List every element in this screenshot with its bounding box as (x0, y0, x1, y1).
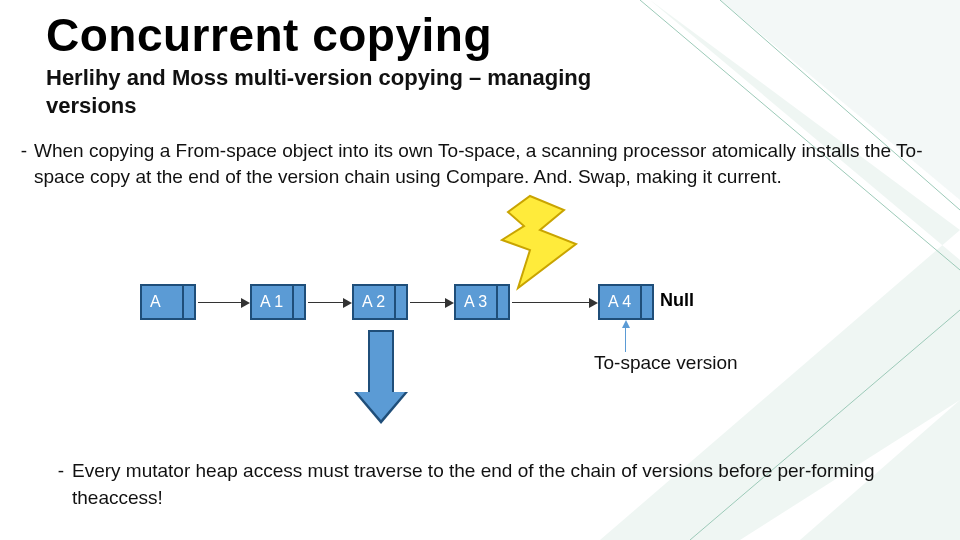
arrow-a3-a4 (512, 302, 596, 303)
bullet-1: - When copying a From-space object into … (14, 138, 924, 189)
arrow-a2-a3 (410, 302, 452, 303)
version-box-a-label: A (150, 293, 161, 311)
lightning-icon (480, 192, 600, 292)
version-box-a4: A 4 (598, 284, 654, 320)
bullet-1-text: When copying a From-space object into it… (34, 138, 924, 189)
version-box-a1-label: A 1 (260, 293, 283, 311)
arrow-a1-a2 (308, 302, 350, 303)
version-box-a: A (140, 284, 196, 320)
bullet-dash: - (14, 138, 34, 189)
slide-subtitle: Herlihy and Moss multi-version copying –… (0, 62, 700, 119)
to-space-pointer (625, 322, 626, 352)
version-box-a3: A 3 (454, 284, 510, 320)
version-box-a4-label: A 4 (608, 293, 631, 311)
to-space-label: To-space version (594, 352, 738, 374)
slide-title: Concurrent copying (0, 0, 960, 62)
svg-marker-3 (502, 196, 576, 288)
version-box-a2-label: A 2 (362, 293, 385, 311)
bullet-2-text: Every mutator heap access must traverse … (72, 458, 900, 511)
slide: Concurrent copying Herlihy and Moss mult… (0, 0, 960, 540)
version-box-a2: A 2 (352, 284, 408, 320)
arrow-a-a1 (198, 302, 248, 303)
null-label: Null (660, 290, 694, 311)
bullet-dash: - (50, 458, 72, 511)
down-arrow-icon (354, 330, 408, 426)
version-chain-diagram: A A 1 A 2 A 3 A 4 Null To-space version (0, 232, 960, 452)
version-box-a3-label: A 3 (464, 293, 487, 311)
version-box-a1: A 1 (250, 284, 306, 320)
bullet-2: - Every mutator heap access must travers… (50, 458, 900, 511)
